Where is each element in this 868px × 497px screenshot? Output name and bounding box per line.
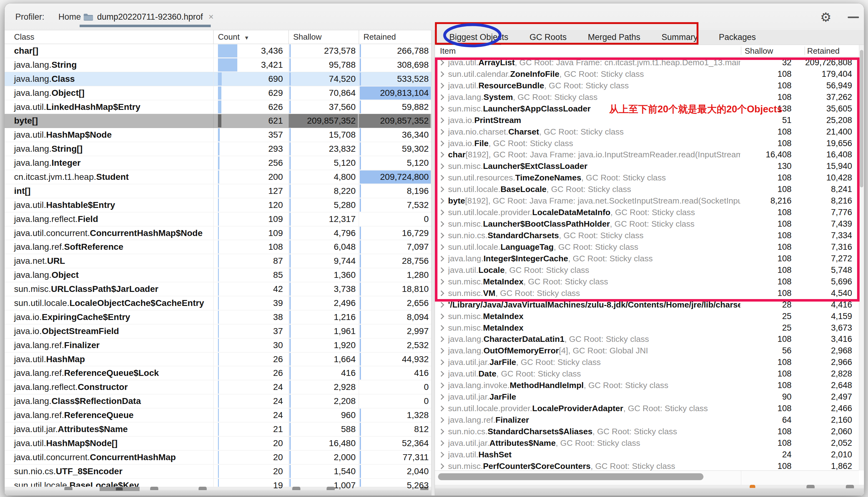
expand-chevron-icon[interactable] xyxy=(438,371,444,377)
biggest-object-row[interactable]: java.lang.CharacterDataLatin1, GC Root: … xyxy=(435,334,859,345)
biggest-object-row[interactable]: java.io.PrintStream 51 25,208 xyxy=(435,115,859,126)
class-table-row[interactable]: sun.util.locale.LocaleObjectCache$CacheE… xyxy=(5,296,431,310)
expand-chevron-icon[interactable] xyxy=(438,256,444,261)
toolbar-icon-fragment[interactable] xyxy=(199,487,207,490)
expand-chevron-icon[interactable] xyxy=(438,71,444,77)
class-table-row[interactable]: java.lang.ref.ReferenceQueue$Lock 26 416… xyxy=(5,366,431,380)
toolbar-icon-fragment[interactable] xyxy=(846,485,854,488)
expand-chevron-icon[interactable] xyxy=(438,394,444,400)
expand-chevron-icon[interactable] xyxy=(438,267,444,273)
column-header-class[interactable]: Class xyxy=(5,30,213,45)
expand-chevron-icon[interactable] xyxy=(438,232,444,238)
toolbar-orange-fragment[interactable] xyxy=(750,485,755,488)
biggest-object-row[interactable]: '/Library/Java/JavaVirtualMachines/zulu-… xyxy=(435,299,859,311)
expand-chevron-icon[interactable] xyxy=(438,348,444,354)
biggest-object-row[interactable]: sun.misc.Launcher$AppClassLoader 138 35,… xyxy=(435,103,859,115)
biggest-object-row[interactable]: sun.misc.VM, GC Root: Sticky class 108 4… xyxy=(435,287,859,299)
expand-chevron-icon[interactable] xyxy=(438,406,444,411)
expand-chevron-icon[interactable] xyxy=(438,221,444,227)
expand-chevron-icon[interactable] xyxy=(438,244,444,250)
expand-chevron-icon[interactable] xyxy=(438,117,444,123)
tab-gc-roots[interactable]: GC Roots xyxy=(529,32,567,42)
biggest-object-row[interactable]: java.nio.charset.Charset, GC Root: Stick… xyxy=(435,126,859,138)
column-header-shallow-right[interactable]: Shallow xyxy=(745,46,773,56)
expand-chevron-icon[interactable] xyxy=(438,337,444,342)
biggest-object-row[interactable]: sun.util.locale.BaseLocale, GC Root: Sti… xyxy=(435,184,859,195)
column-header-retained[interactable]: Retained xyxy=(359,30,431,45)
expand-chevron-icon[interactable] xyxy=(438,290,444,296)
column-header-count[interactable]: Count▼ xyxy=(213,30,288,45)
expand-chevron-icon[interactable] xyxy=(438,106,444,112)
class-table-row[interactable]: java.util.LinkedHashMap$Entry 626 37,560… xyxy=(5,100,431,114)
biggest-object-row[interactable]: byte[8192], GC Root: Java Frame: java.ne… xyxy=(435,195,859,207)
tab-biggest-objects[interactable]: Biggest Objects xyxy=(449,32,508,42)
expand-chevron-icon[interactable] xyxy=(438,417,444,423)
tab-packages[interactable]: Packages xyxy=(719,32,756,42)
class-table-row[interactable]: java.lang.Object 85 1,360 1,280 xyxy=(5,268,431,282)
toolbar-icon-fragment[interactable] xyxy=(64,487,72,490)
biggest-object-row[interactable]: java.lang.System, GC Root: Sticky class … xyxy=(435,91,859,103)
expand-chevron-icon[interactable] xyxy=(438,129,444,134)
expand-chevron-icon[interactable] xyxy=(438,279,444,284)
expand-chevron-icon[interactable] xyxy=(438,94,444,100)
expand-chevron-icon[interactable] xyxy=(438,175,444,181)
class-table-row[interactable]: java.lang.ref.Finalizer 30 1,920 2,532 xyxy=(5,338,431,353)
expand-chevron-icon[interactable] xyxy=(438,440,444,446)
biggest-object-row[interactable]: java.lang.invoke.MethodHandleImpl, GC Ro… xyxy=(435,380,859,391)
biggest-object-row[interactable]: sun.nio.cs.StandardCharsets$Aliases, GC … xyxy=(435,426,859,437)
biggest-object-row[interactable]: java.lang.OutOfMemoryError[4], GC Root: … xyxy=(435,345,859,356)
biggest-object-row[interactable]: java.util.jar.JarFile 90 2,497 xyxy=(435,391,859,403)
expand-chevron-icon[interactable] xyxy=(438,383,444,388)
biggest-object-row[interactable]: java.io.File, GC Root: Sticky class 108 … xyxy=(435,138,859,149)
column-header-item[interactable]: Item xyxy=(440,46,456,56)
expand-chevron-icon[interactable] xyxy=(438,302,444,308)
class-table-row[interactable]: java.lang.Class 690 74,520 533,528 xyxy=(5,72,431,86)
class-table-row[interactable]: java.io.ObjectStreamField 37 1,961 2,997 xyxy=(5,324,431,338)
expand-chevron-icon[interactable] xyxy=(438,325,444,331)
class-table-row[interactable]: java.util.HashMap 26 1,664 44,932 xyxy=(5,353,431,367)
biggest-object-row[interactable]: sun.util.calendar.ZoneInfoFile, GC Root:… xyxy=(435,68,859,80)
biggest-object-row[interactable]: sun.util.locale.provider.LocaleProviderA… xyxy=(435,403,859,414)
class-table-row[interactable]: cn.itcast.jvm.t1.heap.Student 200 4,800 … xyxy=(5,170,431,184)
expand-chevron-icon[interactable] xyxy=(438,313,444,319)
biggest-object-row[interactable]: java.lang.Integer$IntegerCache, GC Root:… xyxy=(435,253,859,265)
biggest-object-row[interactable]: sun.util.resources.TimeZoneNames, GC Roo… xyxy=(435,172,859,184)
class-table-row[interactable]: java.lang.Object[] 629 70,864 209,813,10… xyxy=(5,86,431,100)
column-header-retained-right[interactable]: Retained xyxy=(807,46,840,56)
biggest-object-row[interactable]: sun.misc.Launcher$ExtClassLoader 130 15,… xyxy=(435,160,859,172)
biggest-object-row[interactable]: java.util.jar.Attributes$Name, GC Root: … xyxy=(435,437,859,449)
class-table-row[interactable]: char[] 3,436 273,578 266,788 xyxy=(5,44,431,58)
class-table-row[interactable]: java.lang.String[] 293 23,832 59,302 xyxy=(5,142,431,156)
biggest-object-row[interactable]: sun.misc.MetaIndex 25 4,159 xyxy=(435,311,859,322)
biggest-object-row[interactable]: java.util.ArrayList, GC Root: Java Frame… xyxy=(435,57,859,68)
biggest-object-row[interactable]: sun.nio.cs.StandardCharsets, GC Root: St… xyxy=(435,230,859,241)
class-table-row[interactable]: java.lang.ref.ReferenceQueue 24 960 1,32… xyxy=(5,408,431,422)
class-table-row[interactable]: java.lang.reflect.Field 109 12,317 0 xyxy=(5,212,431,226)
class-table-row[interactable]: java.lang.String 3,421 95,788 308,698 xyxy=(5,58,431,72)
tab-home[interactable]: Home xyxy=(58,12,81,22)
expand-chevron-icon[interactable] xyxy=(438,429,444,434)
class-table-row[interactable]: java.util.HashMap$Node 357 15,708 36,340 xyxy=(5,128,431,142)
expand-chevron-icon[interactable] xyxy=(438,60,444,65)
class-table-row[interactable]: java.lang.reflect.Constructor 24 2,928 0 xyxy=(5,380,431,394)
biggest-object-row[interactable]: java.util.Locale, GC Root: Sticky class … xyxy=(435,265,859,276)
expand-chevron-icon[interactable] xyxy=(438,452,444,457)
class-table-row[interactable]: int[] 127 8,220 8,196 xyxy=(5,184,431,198)
biggest-object-row[interactable]: sun.misc.PerfCounter$CoreCounters, GC Ro… xyxy=(435,460,859,470)
expand-chevron-icon[interactable] xyxy=(438,463,444,469)
expand-chevron-icon[interactable] xyxy=(438,360,444,365)
expand-chevron-icon[interactable] xyxy=(438,187,444,192)
expand-chevron-icon[interactable] xyxy=(438,141,444,146)
class-table-row[interactable]: java.util.jar.Attributes$Name 21 588 812 xyxy=(5,422,431,437)
class-table-row[interactable]: java.io.ExpiringCache$Entry 38 1,216 8,0… xyxy=(5,310,431,324)
expand-chevron-icon[interactable] xyxy=(438,210,444,215)
biggest-object-row[interactable]: java.util.HashSet 24 2,010 xyxy=(435,449,859,460)
class-table-row[interactable]: sun.misc.URLClassPath$JarLoader 42 3,738… xyxy=(5,282,431,296)
horizontal-scrollbar-thumb[interactable] xyxy=(438,473,703,480)
expand-chevron-icon[interactable] xyxy=(438,164,444,169)
class-table-row[interactable]: sun.nio.cs.UTF_8$Encoder 20 1,540 2,040 xyxy=(5,465,431,479)
gear-icon[interactable]: ⚙ xyxy=(819,10,833,24)
toolbar-icon-fragment[interactable] xyxy=(807,485,815,488)
vertical-scrollbar-thumb[interactable] xyxy=(860,50,863,187)
toolbar-icon-fragment[interactable] xyxy=(150,487,158,490)
